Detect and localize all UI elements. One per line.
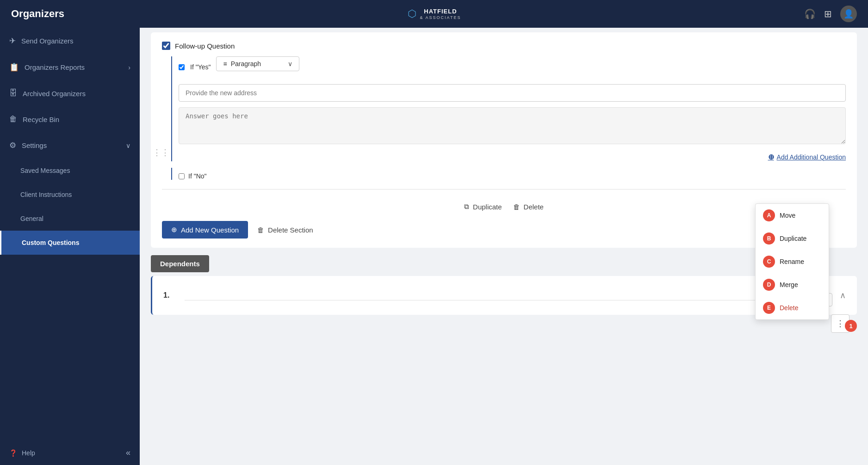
badge-c: C	[763, 256, 775, 268]
duplicate-button[interactable]: ⧉ Duplicate	[464, 202, 502, 211]
followup-checkbox[interactable]	[162, 42, 170, 50]
if-yes-checkbox[interactable]	[179, 64, 185, 70]
question-1-input[interactable]	[185, 290, 769, 300]
trash-icon: 🗑	[9, 115, 17, 124]
if-no-row: If "No"	[171, 168, 846, 180]
sidebar-item-settings[interactable]: ⚙ Settings ∨	[0, 132, 140, 159]
headset-icon[interactable]: 🎧	[804, 8, 816, 19]
sidebar-item-recycle-bin[interactable]: 🗑 Recycle Bin	[0, 106, 140, 132]
context-menu-delete[interactable]: E Delete	[756, 296, 829, 319]
reports-icon: 📋	[9, 62, 19, 72]
app-header: Organizers ⬡ HATFIELD & ASSOCIATES 🎧 ⊞ 👤	[0, 0, 868, 28]
delete-section-label: Delete Section	[268, 226, 313, 234]
dependents-section-header: Dependents	[151, 255, 857, 272]
if-no-label: If "No"	[188, 172, 207, 180]
send-icon: ✈	[9, 36, 16, 46]
collapse-icon[interactable]: «	[126, 448, 130, 458]
drag-handle-icon[interactable]: ⋮⋮	[153, 147, 169, 158]
add-new-question-label: Add New Question	[181, 226, 239, 234]
user-avatar[interactable]: 👤	[840, 6, 857, 22]
section-divider	[162, 189, 846, 190]
collapse-icon[interactable]: ∧	[840, 290, 846, 300]
sidebar-item-send-organizers[interactable]: ✈ Send Organizers	[0, 28, 140, 54]
chevron-down-icon: ∨	[126, 142, 130, 149]
delete-button[interactable]: 🗑 Delete	[513, 203, 544, 211]
if-no-checkbox[interactable]	[179, 173, 185, 179]
main-layout: ✈ Send Organizers 📋 Organizers Reports ›…	[0, 28, 868, 465]
context-menu-duplicate[interactable]: B Duplicate	[756, 227, 829, 250]
add-additional-link[interactable]: ⊕ Add Additional Question	[179, 153, 846, 161]
settings-submenu: Saved Messages Client Instructions Gener…	[0, 159, 140, 255]
if-yes-section: If "Yes" ≡ Paragraph ∨ ⊕ Add Additional …	[171, 56, 846, 161]
badge-1: 1	[845, 320, 857, 332]
badge-b: B	[763, 232, 775, 245]
context-menu-merge[interactable]: D Merge	[756, 273, 829, 296]
grid-icon[interactable]: ⊞	[824, 8, 832, 19]
main-content: ⋮⋮ Follow-up Question If "Yes" ≡ Paragra…	[140, 28, 868, 465]
dropdown-chevron-icon: ∨	[288, 60, 292, 67]
help-link[interactable]: ❓ Help «	[0, 441, 140, 465]
duplicate-delete-row: ⧉ Duplicate 🗑 Delete	[162, 197, 846, 216]
logo-sub: & ASSOCIATES	[420, 15, 461, 20]
duplicate-icon: ⧉	[464, 202, 469, 211]
context-menu-move[interactable]: A Move	[756, 204, 829, 227]
sidebar: ✈ Send Organizers 📋 Organizers Reports ›…	[0, 28, 140, 465]
if-yes-row: If "Yes" ≡ Paragraph ∨	[179, 56, 846, 78]
help-label: Help	[22, 449, 35, 457]
plus-icon: ⊕	[171, 226, 177, 234]
delete-section-button[interactable]: 🗑 Delete Section	[257, 226, 313, 234]
add-additional-label: Add Additional Question	[777, 153, 846, 161]
paragraph-label: Paragraph	[231, 60, 261, 67]
help-icon: ❓	[9, 449, 17, 457]
bottom-action-row: ⊕ Add New Question 🗑 Delete Section	[162, 221, 846, 239]
archive-icon: 🗄	[9, 89, 17, 98]
sidebar-item-archived-organizers[interactable]: 🗄 Archived Organizers	[0, 80, 140, 106]
answer-textarea[interactable]	[179, 107, 846, 144]
context-menu: A Move B Duplicate C Rename D Merge E	[755, 203, 829, 320]
question-1-number: 1.	[163, 291, 177, 300]
badge-d: D	[763, 279, 775, 291]
badge-e: E	[763, 302, 775, 314]
delete-label: Delete	[524, 203, 544, 211]
question-1-card: 1. Type ≡ Paragraph ∨ ∧	[151, 276, 857, 315]
sidebar-item-organizers-reports[interactable]: 📋 Organizers Reports ›	[0, 54, 140, 80]
app-title: Organizers	[11, 8, 64, 20]
badge-a: A	[763, 209, 775, 221]
address-input[interactable]	[179, 84, 846, 102]
duplicate-label: Duplicate	[473, 203, 502, 211]
sidebar-item-custom-questions[interactable]: Custom Questions	[0, 231, 140, 255]
logo-text: HATFIELD	[420, 8, 461, 15]
followup-label: Follow-up Question	[175, 42, 235, 50]
header-icons: 🎧 ⊞ 👤	[804, 6, 857, 22]
sidebar-item-general[interactable]: General	[0, 207, 140, 231]
if-yes-label: If "Yes"	[190, 63, 211, 71]
followup-card: ⋮⋮ Follow-up Question If "Yes" ≡ Paragra…	[151, 32, 857, 248]
paragraph-icon: ≡	[223, 60, 227, 67]
add-new-question-button[interactable]: ⊕ Add New Question	[162, 221, 248, 239]
delete-section-icon: 🗑	[257, 226, 264, 234]
dependents-label: Dependents	[151, 255, 209, 272]
context-menu-rename[interactable]: C Rename	[756, 250, 829, 273]
delete-trash-icon: 🗑	[513, 203, 520, 211]
plus-circle-icon: ⊕	[768, 153, 774, 161]
paragraph-dropdown[interactable]: ≡ Paragraph ∨	[216, 56, 299, 71]
followup-question-row: Follow-up Question	[162, 42, 846, 50]
logo-icon: ⬡	[408, 8, 416, 20]
sidebar-item-client-instructions[interactable]: Client Instructions	[0, 183, 140, 207]
sidebar-item-saved-messages[interactable]: Saved Messages	[0, 159, 140, 183]
company-logo: ⬡ HATFIELD & ASSOCIATES	[408, 8, 461, 20]
settings-icon: ⚙	[9, 141, 16, 150]
chevron-right-icon: ›	[128, 64, 130, 71]
